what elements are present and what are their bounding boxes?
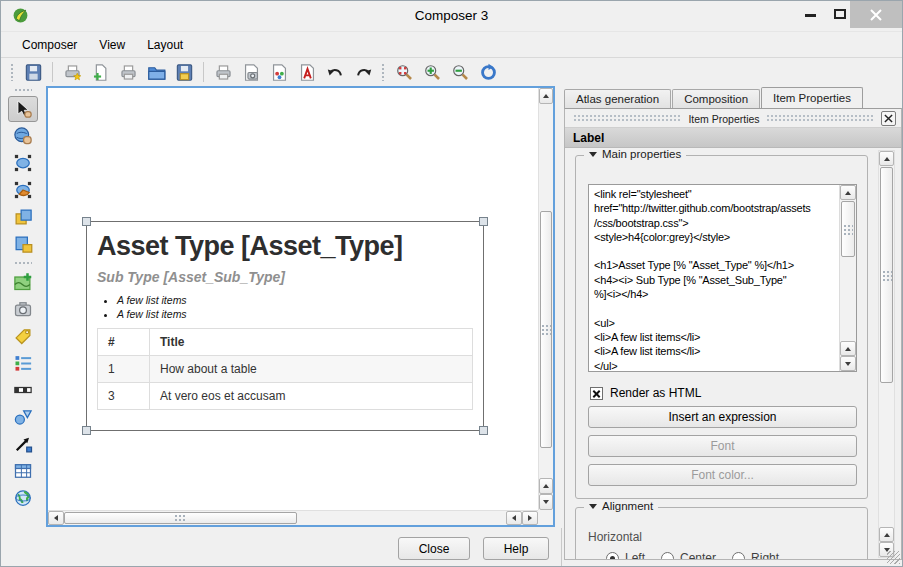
tab-item-properties[interactable]: Item Properties [761,87,863,108]
editor-vertical-scrollbar[interactable] [839,185,856,371]
scroll-left-button[interactable] [48,511,64,525]
tab-composition[interactable]: Composition [672,89,760,108]
dock-titlebar[interactable]: Item Properties [567,111,899,126]
toolbar-handle[interactable] [10,63,15,81]
canvas-horizontal-scrollbar[interactable] [48,510,538,525]
duplicate-composer-icon [91,63,110,82]
menu-view[interactable]: View [88,34,136,56]
print-button[interactable] [210,60,236,84]
pan-composer-button[interactable] [8,96,38,122]
duplicate-composer-button[interactable] [87,60,113,84]
radio-center[interactable] [661,552,674,561]
canvas-vertical-scrollbar[interactable] [538,88,553,510]
scrollbar-thumb[interactable] [540,211,552,448]
save-project-button[interactable] [20,60,46,84]
minimize-button[interactable] [805,14,816,17]
rendered-title: Asset Type [Asset_Type] [97,231,473,262]
select-move-item-button[interactable] [8,150,38,176]
list-item: A few list items [117,294,483,306]
add-attribute-table-button[interactable] [8,458,38,484]
load-from-template-button[interactable] [143,60,169,84]
export-image-icon [242,63,261,82]
scroll-up-button[interactable] [879,151,894,166]
undo-button[interactable] [322,60,348,84]
zoom-full-button[interactable] [391,60,417,84]
label-item[interactable]: Asset Type [Asset_Type] Sub Type [Asset_… [86,221,484,431]
resize-handle[interactable] [82,426,91,435]
zoom-out-button[interactable] [447,60,473,84]
menu-layout[interactable]: Layout [136,34,194,56]
render-as-html-row[interactable]: Render as HTML [590,386,701,400]
composition-canvas[interactable]: Asset Type [Asset_Type] Sub Type [Asset_… [46,86,555,527]
scroll-down-button[interactable] [539,494,553,510]
menu-composer[interactable]: Composer [11,34,88,56]
toolbar-handle[interactable] [14,88,32,93]
scrollbar-thumb[interactable] [880,167,893,383]
add-image-button[interactable] [8,296,38,322]
table-cell: 3 [98,383,150,410]
resize-handle[interactable] [479,426,488,435]
scroll-down-button[interactable] [840,356,856,371]
scroll-up-button[interactable] [840,341,856,356]
main-properties-group: Main properties <link rel="stylesheet" h… [575,155,868,499]
maximize-button[interactable] [834,9,846,19]
dock-handle [766,114,875,123]
add-scalebar-button[interactable] [8,377,38,403]
panel-vertical-scrollbar[interactable] [878,150,895,558]
radio-right[interactable] [732,552,745,561]
scroll-up-button[interactable] [539,478,553,494]
insert-expression-button[interactable]: Insert an expression [588,406,857,428]
radio-left[interactable] [606,552,619,561]
toolbar-handle[interactable] [14,261,32,266]
redo-button[interactable] [350,60,376,84]
export-image-button[interactable] [238,60,264,84]
tab-atlas-generation[interactable]: Atlas generation [564,89,671,108]
render-as-html-checkbox[interactable] [590,387,603,400]
main-toolbar [1,59,902,85]
help-button[interactable]: Help [483,537,549,560]
dock-close-button[interactable] [881,111,896,126]
group-items-button[interactable] [8,204,38,230]
close-button[interactable]: Close [398,537,470,560]
add-basic-shape-button[interactable] [8,404,38,430]
align-items-button[interactable] [8,231,38,257]
move-item-content-button[interactable] [8,177,38,203]
toolbar-separator [52,62,53,82]
add-label-button[interactable] [8,323,38,349]
scroll-up-button[interactable] [840,185,856,200]
zoom-in-button[interactable] [419,60,445,84]
add-legend-button[interactable] [8,350,38,376]
scroll-up-button[interactable] [539,88,553,104]
scroll-up-button[interactable] [879,527,894,542]
folder-icon [147,63,166,82]
scroll-left-button[interactable] [506,511,522,525]
table-icon [13,461,33,481]
scrollbar-thumb[interactable] [64,512,297,524]
add-new-map-button[interactable] [8,269,38,295]
save-as-template-button[interactable] [171,60,197,84]
resize-handle[interactable] [82,217,91,226]
scroll-right-button[interactable] [522,511,538,525]
add-html-frame-button[interactable] [8,485,38,511]
refresh-view-button[interactable] [475,60,501,84]
scrollbar-thumb[interactable] [841,201,855,257]
alignment-title[interactable]: Alignment [584,500,658,512]
move-content-icon [13,180,33,200]
add-arrow-button[interactable] [8,431,38,457]
zoom-composer-button[interactable] [8,123,38,149]
main-properties-title[interactable]: Main properties [584,148,686,160]
label-html-source-input[interactable]: <link rel="stylesheet" href="http://twit… [589,185,840,371]
composer-manager-button[interactable] [115,60,141,84]
export-pdf-button[interactable] [294,60,320,84]
font-button[interactable]: Font [588,435,857,457]
close-window-button[interactable] [850,1,902,28]
item-properties-panel: Item Properties Label Main properties <l… [564,108,902,560]
window-resize-grip[interactable] [887,551,900,564]
new-composer-button[interactable] [59,60,85,84]
export-svg-button[interactable] [266,60,292,84]
item-type-header: Label [565,127,901,148]
toolbar-handle[interactable] [381,63,386,81]
resize-handle[interactable] [479,217,488,226]
footer-divider [561,528,562,566]
font-color-button[interactable]: Font color... [588,464,857,486]
